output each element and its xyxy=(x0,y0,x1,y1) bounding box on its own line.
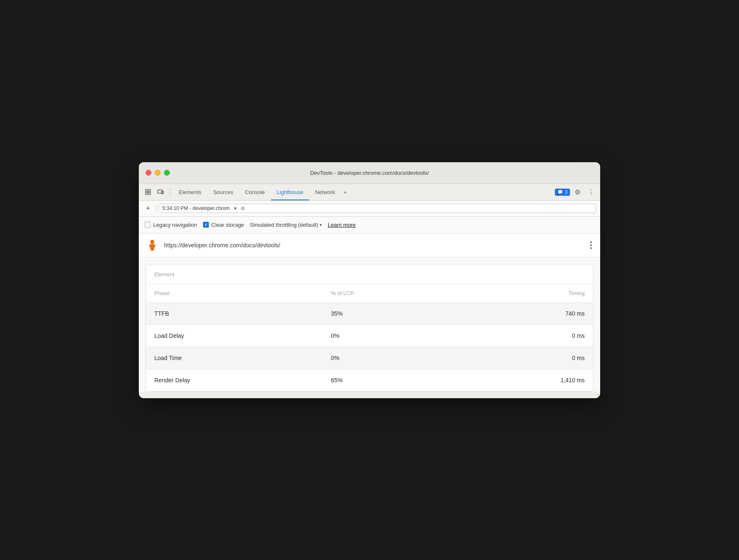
lcp-percent-cell: 65% xyxy=(323,369,456,391)
svg-point-6 xyxy=(150,240,154,244)
phase-cell: TTFB xyxy=(146,302,323,324)
timestamp-text: 5:34:10 PM - developer.chrom xyxy=(162,205,230,211)
maximize-button[interactable] xyxy=(164,170,170,176)
table-row: Load Delay 0% 0 ms xyxy=(146,324,593,347)
table-row: Load Time 0% 0 ms xyxy=(146,347,593,369)
tab-sources[interactable]: Sources xyxy=(207,184,239,200)
tab-network[interactable]: Network xyxy=(309,184,341,200)
tab-divider-1 xyxy=(170,188,170,196)
lcp-table-container: Element Phase % of LCP Timing TTFB 35% 7… xyxy=(146,264,593,391)
minimize-button[interactable] xyxy=(155,170,161,176)
tab-right-controls: 💬 3 ⚙ ⋮ xyxy=(555,186,597,198)
no-entry-icon: ⊘ xyxy=(241,205,245,211)
svg-rect-1 xyxy=(148,189,151,192)
add-tab-button[interactable]: + xyxy=(143,203,153,213)
phase-table-body: TTFB 35% 740 ms Load Delay 0% 0 ms Load … xyxy=(146,302,593,391)
chat-badge[interactable]: 💬 3 xyxy=(555,189,570,196)
svg-rect-0 xyxy=(146,189,148,192)
more-vert-icon: ⋮ xyxy=(588,188,594,196)
element-placeholder: Element xyxy=(154,271,174,277)
options-bar: Legacy navigation Clear storage Simulate… xyxy=(139,217,600,233)
timing-cell: 1,410 ms xyxy=(456,369,593,391)
responsive-icon[interactable] xyxy=(155,186,167,198)
timing-cell: 740 ms xyxy=(456,302,593,324)
timing-cell: 0 ms xyxy=(456,347,593,369)
settings-icon: ⚙ xyxy=(575,188,580,196)
url-bar[interactable]: 5:34:10 PM - developer.chrom ▾ ⊘ xyxy=(159,204,596,213)
phase-cell: Render Delay xyxy=(146,369,323,391)
chevron-down-icon: ▾ xyxy=(234,205,237,211)
title-bar: DevTools - developer.chrome.com/docs/dev… xyxy=(139,162,600,184)
throttling-dropdown-icon[interactable]: ▾ xyxy=(320,223,322,227)
svg-rect-2 xyxy=(146,192,148,194)
element-row: Element xyxy=(146,264,593,284)
more-tabs-button[interactable]: » xyxy=(341,189,349,195)
clear-storage-checkbox[interactable] xyxy=(203,222,209,228)
tab-console[interactable]: Console xyxy=(239,184,271,200)
table-row: TTFB 35% 740 ms xyxy=(146,302,593,324)
lcp-percent-header: % of LCP xyxy=(323,284,456,303)
toolbar: + 5:34:10 PM - developer.chrom ▾ ⊘ xyxy=(139,201,600,217)
phase-table: Phase % of LCP Timing TTFB 35% 740 ms Lo… xyxy=(146,284,593,391)
svg-rect-3 xyxy=(148,192,151,194)
timing-header: Timing xyxy=(456,284,593,303)
timing-cell: 0 ms xyxy=(456,324,593,347)
legacy-navigation-checkbox[interactable] xyxy=(145,222,151,228)
close-button[interactable] xyxy=(146,170,151,176)
table-row: Render Delay 65% 1,410 ms xyxy=(146,369,593,391)
throttling-label: Simulated throttling (default) ▾ xyxy=(250,222,322,228)
lighthouse-icon xyxy=(146,239,159,252)
more-options-button[interactable]: ⋮ xyxy=(585,186,597,198)
traffic-lights xyxy=(146,170,170,176)
content-area: https://developer.chrome.com/docs/devtoo… xyxy=(139,233,600,391)
learn-more-link[interactable]: Learn more xyxy=(328,222,355,228)
url-more-button[interactable] xyxy=(588,240,593,251)
tab-elements[interactable]: Elements xyxy=(173,184,207,200)
settings-button[interactable]: ⚙ xyxy=(572,186,583,198)
legacy-navigation-label[interactable]: Legacy navigation xyxy=(145,222,197,228)
chat-icon: 💬 xyxy=(557,189,563,195)
lcp-percent-cell: 0% xyxy=(323,324,456,347)
lcp-percent-cell: 0% xyxy=(323,347,456,369)
table-header-row: Phase % of LCP Timing xyxy=(146,284,593,303)
toolbar-divider xyxy=(156,205,156,212)
phase-cell: Load Time xyxy=(146,347,323,369)
phase-header: Phase xyxy=(146,284,323,303)
devtools-tabs: Elements Sources Console Lighthouse Netw… xyxy=(139,184,600,201)
cursor-icon[interactable] xyxy=(142,186,154,198)
devtools-window: DevTools - developer.chrome.com/docs/dev… xyxy=(139,162,600,398)
lcp-percent-cell: 35% xyxy=(323,302,456,324)
lighthouse-url: https://developer.chrome.com/docs/devtoo… xyxy=(164,242,588,249)
clear-storage-label[interactable]: Clear storage xyxy=(203,222,244,228)
tab-lighthouse[interactable]: Lighthouse xyxy=(271,184,310,200)
window-title: DevTools - developer.chrome.com/docs/dev… xyxy=(310,170,429,176)
phase-cell: Load Delay xyxy=(146,324,323,347)
lighthouse-url-row: https://developer.chrome.com/docs/devtoo… xyxy=(139,233,600,257)
